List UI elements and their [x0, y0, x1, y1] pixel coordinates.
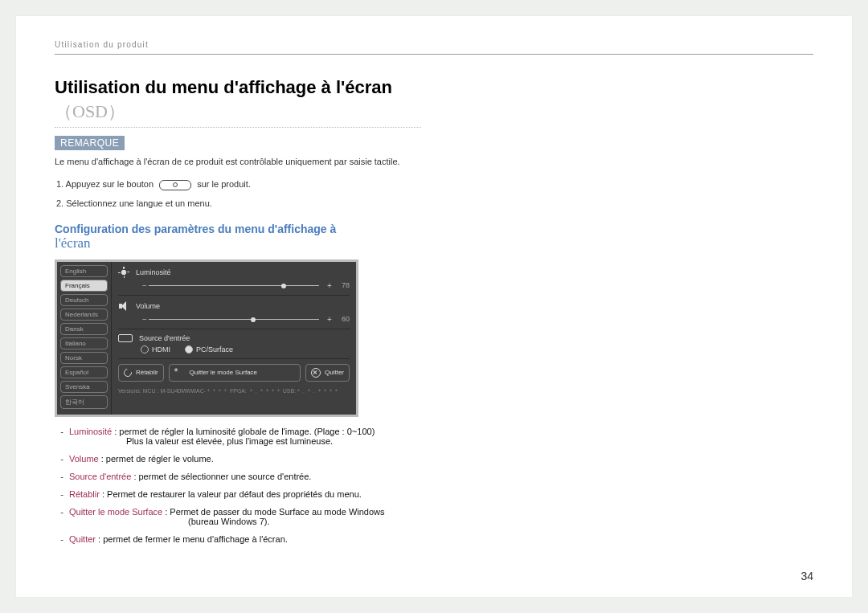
section-heading-sub: l'écran [55, 235, 813, 251]
lang-item[interactable]: Nederlands [60, 309, 108, 321]
term-volume: Volume [69, 454, 99, 464]
osd-panel: English Français Deutsch Nederlands Dans… [55, 260, 358, 417]
volume-control: Volume − + 60 [118, 300, 350, 324]
volume-label: Volume [136, 302, 160, 310]
quit-button[interactable]: Quitter [305, 364, 350, 382]
lang-item[interactable]: Italiano [60, 337, 108, 349]
volume-knob[interactable] [251, 317, 256, 322]
description-list: - Luminosité : permet de régler la lumin… [55, 427, 813, 544]
radio-icon [141, 345, 149, 353]
source-control: Source d'entrée HDMI PC/Surface [118, 334, 350, 353]
language-column: English Français Deutsch Nederlands Dans… [57, 262, 112, 415]
term-retablir: Rétablir [69, 489, 100, 499]
volume-icon [118, 300, 129, 312]
lang-item[interactable]: Español [60, 366, 108, 378]
lang-item-selected[interactable]: Français [60, 280, 108, 292]
step-1b: sur le produit. [197, 179, 251, 189]
plus-icon[interactable]: + [326, 315, 334, 324]
steps: 1. Appuyez sur le bouton sur le produit.… [55, 179, 813, 208]
remark-badge: REMARQUE [55, 136, 125, 150]
volume-value: 60 [334, 315, 350, 323]
reset-button[interactable]: Rétablir [118, 364, 164, 382]
step-1a: 1. Appuyez sur le bouton [56, 179, 154, 189]
version-line: Versions: MCU : M-SU40MWWAC-＊＊＊＊ FPGA: ＊… [118, 386, 350, 395]
remark-text: Le menu d'affichage à l'écran de ce prod… [55, 157, 813, 166]
section-heading: Configuration des paramètres du menu d'a… [55, 223, 813, 235]
term-quitter: Quitter [69, 534, 96, 544]
page-number: 34 [800, 570, 813, 582]
lang-item[interactable]: English [60, 265, 108, 277]
volume-slider[interactable] [149, 319, 319, 320]
close-icon [311, 368, 321, 378]
brightness-label: Luminosité [136, 268, 171, 276]
source-label: Source d'entrée [139, 334, 190, 342]
breadcrumb: Utilisation du produit [55, 40, 813, 55]
keyboard-icon [118, 334, 133, 342]
term-quitter-surface: Quitter le mode Surface [69, 507, 162, 517]
lang-item[interactable]: Deutsch [60, 294, 108, 306]
lang-item[interactable]: Svenska [60, 381, 108, 393]
minus-icon[interactable]: − [141, 315, 149, 324]
radio-icon [185, 345, 193, 353]
step-2: 2. Sélectionnez une langue et un menu. [56, 198, 813, 208]
plus-icon[interactable]: + [326, 281, 334, 290]
brightness-icon [118, 267, 129, 278]
gear-icon [174, 367, 186, 378]
product-button-icon [159, 180, 191, 190]
source-hdmi[interactable]: HDMI [141, 345, 170, 353]
osd-main: Luminosité − + 78 Volume − [112, 262, 356, 415]
page: Utilisation du produit Utilisation du me… [16, 16, 852, 597]
source-pcsurface[interactable]: PC/Surface [185, 345, 233, 353]
term-luminosite: Luminosité [69, 427, 112, 436]
brightness-value: 78 [334, 281, 350, 289]
lang-item[interactable]: 한국어 [60, 395, 108, 409]
minus-icon[interactable]: − [141, 281, 149, 290]
exit-surface-button[interactable]: Quitter le mode Surface [169, 364, 301, 382]
term-source: Source d'entrée [69, 472, 131, 481]
page-title: Utilisation du menu d'affichage à l'écra… [55, 77, 813, 98]
brightness-slider[interactable] [149, 285, 319, 286]
title-subline: （OSD） [55, 100, 421, 128]
lang-item[interactable]: Norsk [60, 352, 108, 364]
reset-icon [122, 367, 133, 378]
brightness-knob[interactable] [281, 284, 286, 288]
brightness-control: Luminosité − + 78 [118, 267, 350, 290]
lang-item[interactable]: Dansk [60, 323, 108, 335]
